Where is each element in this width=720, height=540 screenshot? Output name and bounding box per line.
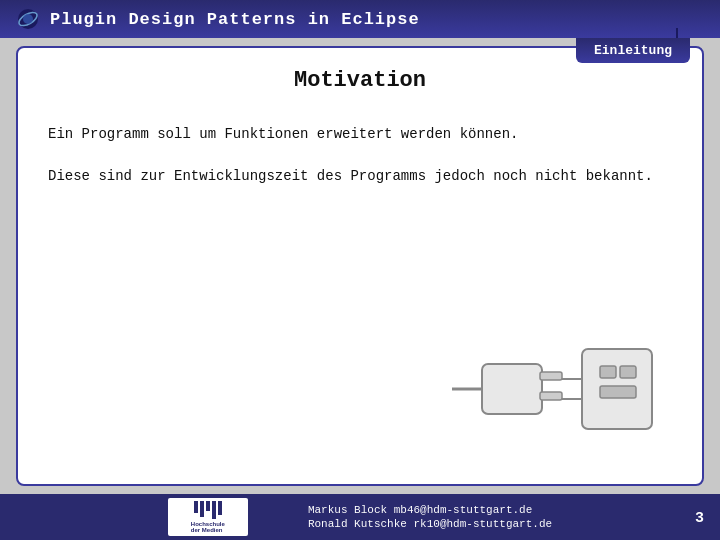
svg-rect-11 [482, 364, 542, 414]
svg-rect-7 [620, 366, 636, 378]
svg-rect-12 [540, 372, 562, 380]
svg-point-2 [23, 14, 33, 24]
paragraph-2: Diese sind zur Entwicklungszeit des Prog… [48, 165, 672, 187]
plug-diagram [452, 324, 672, 454]
footer-line-2: Ronald Kutschke rk10@hdm-stuttgart.de [308, 518, 552, 530]
footer-info: Markus Block mb46@hdm-stuttgart.de Ronal… [308, 504, 552, 530]
svg-rect-6 [600, 366, 616, 378]
footer-line-1: Markus Block mb46@hdm-stuttgart.de [308, 504, 552, 516]
svg-rect-13 [540, 392, 562, 400]
einleitung-tab[interactable]: Einleitung [576, 38, 690, 63]
eclipse-icon [16, 7, 40, 31]
title-bar: Plugin Design Patterns in Eclipse [0, 0, 720, 38]
plug-socket-illustration [452, 324, 672, 454]
hdm-logo: Hochschuleder Medien [168, 498, 248, 536]
paragraph-1: Ein Programm soll um Funktionen erweiter… [48, 123, 672, 145]
logo-text: Hochschuleder Medien [191, 521, 225, 533]
slide-title-bar: Plugin Design Patterns in Eclipse [50, 10, 420, 29]
footer: Hochschuleder Medien Markus Block mb46@h… [0, 494, 720, 540]
presentation-slide: Plugin Design Patterns in Eclipse Einlei… [0, 0, 720, 540]
motivation-title: Motivation [48, 68, 672, 93]
slide-content: Motivation Ein Programm soll um Funktion… [16, 46, 704, 486]
page-number: 3 [695, 510, 704, 527]
svg-rect-8 [600, 386, 636, 398]
